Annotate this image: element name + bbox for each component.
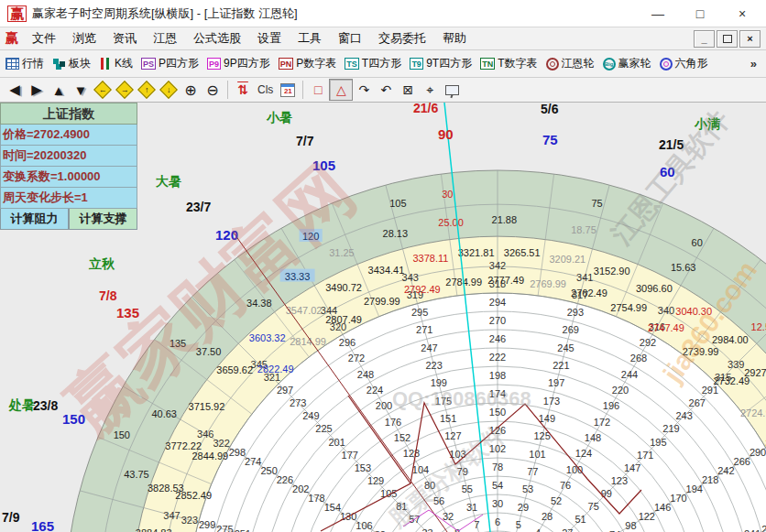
svg-text:102: 102 — [489, 443, 506, 454]
svg-text:171: 171 — [637, 450, 653, 461]
svg-text:3884.83: 3884.83 — [136, 527, 172, 532]
svg-text:105: 105 — [389, 198, 406, 209]
svg-text:2762.49: 2762.49 — [571, 288, 607, 299]
triangle-tool-button[interactable]: △ — [329, 79, 353, 101]
menu-江恩[interactable]: 江恩 — [145, 30, 185, 47]
svg-text:128: 128 — [403, 448, 420, 459]
rotate-cw-button[interactable]: ↷ — [353, 80, 375, 100]
menu-公式选股[interactable]: 公式选股 — [185, 30, 249, 47]
svg-text:339: 339 — [728, 359, 744, 370]
toolbar-kline-button[interactable]: K线 — [99, 56, 133, 71]
window-title: 赢家老子时空周期系统[纵横版] - [上证指数 江恩轮] — [32, 5, 298, 22]
calendar-button[interactable]: 21 — [277, 80, 299, 100]
svg-text:223: 223 — [425, 360, 442, 371]
toolbar-overflow-button[interactable]: » — [750, 57, 757, 71]
mdi-minimize-button[interactable]: _ — [694, 30, 715, 48]
maximize-button[interactable]: □ — [691, 6, 709, 21]
up-button[interactable]: ▲ — [48, 80, 70, 100]
down-button[interactable]: ▼ — [70, 80, 92, 100]
toolbar-p-square-button[interactable]: PSP四方形 — [141, 56, 199, 71]
toolbar-gann-wheel-button[interactable]: 江恩轮 — [546, 56, 595, 71]
toolbar-quotes-button[interactable]: 行情 — [5, 56, 44, 71]
toolbar-hexagon-label: 六角形 — [675, 56, 708, 71]
svg-text:298: 298 — [229, 447, 246, 458]
pan-down-button[interactable]: ↓ — [158, 80, 180, 100]
presentation-button[interactable] — [441, 80, 463, 100]
solar-term-label: 大暑 — [156, 174, 181, 189]
toolbar-sectors-icon — [52, 58, 66, 70]
svg-text:172: 172 — [594, 417, 610, 428]
svg-text:194: 194 — [686, 483, 703, 494]
svg-text:76: 76 — [560, 480, 571, 491]
svg-text:346: 346 — [197, 429, 213, 440]
zoom-out-button[interactable]: ⊖ — [202, 80, 224, 100]
svg-text:2792.49: 2792.49 — [404, 284, 441, 295]
clear-box-button[interactable]: ⊠ — [397, 80, 419, 100]
svg-text:221: 221 — [553, 360, 569, 371]
calc-support-button[interactable]: 计算支撑 — [69, 209, 137, 230]
menu-交易委托[interactable]: 交易委托 — [370, 30, 434, 47]
center-target-button[interactable]: ⌖ — [419, 80, 441, 100]
rotate-ccw-button[interactable]: ↶ — [375, 80, 397, 100]
toolbar-t-table-button[interactable]: TNT数字表 — [480, 56, 537, 71]
mdi-close-button[interactable]: × — [739, 30, 761, 48]
rect-tool-button[interactable]: □ — [307, 80, 329, 100]
instrument-name: 上证指数 — [0, 103, 137, 125]
menu-浏览[interactable]: 浏览 — [64, 30, 104, 47]
toolbar-sectors-button[interactable]: 板块 — [52, 56, 91, 71]
toolbar-winner-wheel-button[interactable]: Big赢家轮 — [603, 56, 651, 71]
svg-text:51: 51 — [574, 514, 585, 525]
degree-label: 60 — [660, 164, 675, 179]
svg-text:43.75: 43.75 — [124, 469, 149, 480]
prev-button[interactable]: ◀ — [4, 80, 26, 100]
menu-资讯[interactable]: 资讯 — [104, 30, 145, 47]
svg-text:152: 152 — [394, 432, 410, 443]
cls-button[interactable]: Cls — [254, 80, 277, 100]
svg-text:219: 219 — [662, 423, 679, 434]
svg-text:218: 218 — [702, 474, 718, 485]
toolbar-p-table-button[interactable]: PNP数字表 — [279, 56, 337, 71]
svg-text:176: 176 — [385, 417, 401, 428]
pan-up-button[interactable]: ↑ — [136, 80, 158, 100]
toolbar-9t-square-button[interactable]: T99T四方形 — [410, 56, 472, 71]
svg-text:3828.53: 3828.53 — [148, 483, 184, 494]
svg-text:299: 299 — [199, 519, 215, 530]
svg-text:56: 56 — [433, 495, 444, 506]
toolbar-t-square-button[interactable]: TST四方形 — [345, 56, 401, 71]
calc-resistance-button[interactable]: 计算阻力 — [0, 209, 69, 230]
svg-text:30: 30 — [442, 189, 453, 200]
svg-text:33: 33 — [422, 527, 433, 532]
svg-text:275: 275 — [216, 524, 233, 532]
toolbar-hexagon-icon — [660, 58, 673, 71]
menu-窗口[interactable]: 窗口 — [330, 30, 370, 47]
toolbar-hexagon-button[interactable]: 六角形 — [660, 56, 708, 71]
svg-text:129: 129 — [367, 475, 384, 486]
svg-text:54: 54 — [492, 480, 503, 491]
menu-文件[interactable]: 文件 — [24, 30, 64, 47]
pan-left-button[interactable]: ← — [92, 80, 114, 100]
svg-text:291: 291 — [702, 385, 718, 396]
svg-text:340: 340 — [658, 305, 674, 316]
mdi-restore-button[interactable] — [717, 30, 738, 48]
menu-设置[interactable]: 设置 — [249, 30, 290, 47]
pan-right-button[interactable]: → — [114, 80, 136, 100]
gann-wheel-chart[interactable]: 4567827282930313233515253545556577475767… — [0, 103, 766, 532]
svg-text:271: 271 — [416, 324, 432, 335]
tools-toolbar: ◀▶▲▼←→↑↓⊕⊖⇅Cls21□△↷↶⊠⌖ — [0, 78, 766, 103]
svg-text:7: 7 — [474, 519, 479, 530]
menu-帮助[interactable]: 帮助 — [434, 30, 475, 47]
svg-text:30: 30 — [492, 498, 503, 509]
svg-text:266: 266 — [734, 456, 750, 467]
next-button[interactable]: ▶ — [26, 80, 48, 100]
zoom-in-button[interactable]: ⊕ — [180, 80, 202, 100]
toolbar-gann-wheel-label: 江恩轮 — [562, 56, 595, 71]
svg-text:15.63: 15.63 — [671, 262, 696, 273]
close-button[interactable]: × — [733, 6, 751, 21]
toolbar-quotes-icon — [5, 58, 19, 70]
toolbar-9p-square-button[interactable]: P99P四方形 — [207, 56, 270, 71]
price-time-button[interactable]: ⇅ — [232, 80, 254, 100]
minimize-button[interactable]: — — [649, 6, 667, 21]
menu-工具[interactable]: 工具 — [290, 30, 330, 47]
toolbar-t-square-label: T四方形 — [362, 56, 401, 71]
svg-text:8: 8 — [454, 527, 460, 532]
